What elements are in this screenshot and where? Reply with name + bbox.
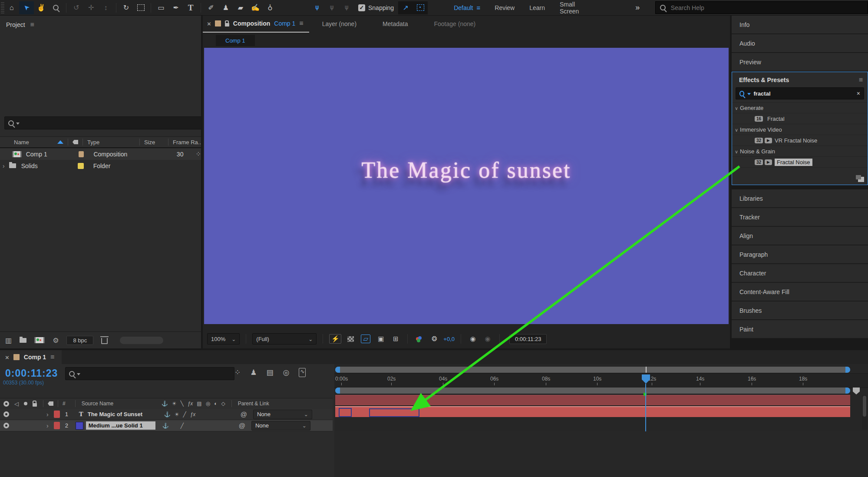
column-name[interactable]: Name (14, 139, 29, 146)
parent-pick-whip-icon[interactable]: @ (239, 422, 245, 429)
rotation-tool-icon[interactable]: ↻ (119, 1, 133, 14)
work-area-end-handle[interactable] (845, 388, 850, 394)
layer-bar-2[interactable] (335, 406, 850, 417)
workspace-overflow-icon[interactable]: » (635, 3, 640, 12)
take-snapshot-icon[interactable]: ◉ (467, 334, 479, 344)
parent-pick-whip-icon[interactable]: @ (241, 411, 247, 418)
snap-to-edges-icon[interactable]: ↗ (398, 1, 413, 14)
panel-content-aware-fill[interactable]: Content-Aware Fill (732, 283, 868, 301)
panel-align[interactable]: Align (732, 227, 868, 245)
snapping-checkbox[interactable]: ✓ (358, 4, 365, 11)
playhead-line[interactable] (645, 384, 646, 431)
lock-icon[interactable] (225, 23, 229, 26)
snap-features-icon[interactable] (413, 1, 428, 14)
workspace-small-screen[interactable]: Small Screen (560, 1, 579, 15)
clone-stamp-tool-icon[interactable]: ♟ (218, 1, 233, 14)
column-frame-rate[interactable]: Frame Ra.. (173, 139, 201, 146)
eraser-tool-icon[interactable]: ▰ (233, 1, 248, 14)
flowchart-icon[interactable]: ⁘ (195, 150, 201, 158)
clear-search-icon[interactable]: × (857, 90, 860, 97)
selection-tool-icon[interactable]: ➤ (19, 1, 34, 14)
effects-item-fractal-noise[interactable]: 32 Fractal Noise (732, 156, 868, 167)
navigator-end-handle[interactable] (845, 367, 850, 373)
reset-exposure-icon[interactable]: ❂ (429, 334, 440, 344)
layer-label-swatch[interactable] (54, 422, 60, 429)
solo-column-icon[interactable] (24, 402, 27, 405)
orbit-camera-tool-icon[interactable]: ↺ (69, 1, 84, 14)
show-snapshot-icon[interactable]: ◉ (482, 334, 493, 344)
label-column-icon[interactable] (73, 140, 78, 144)
timeline-search-box[interactable] (65, 367, 234, 380)
resolution-dropdown[interactable]: (Full) (252, 333, 317, 344)
brush-tool-icon[interactable]: ✐ (204, 1, 218, 14)
layer-switches[interactable]: ⚓ ╱ (162, 423, 228, 429)
motion-blur-icon[interactable]: ◎ (283, 368, 290, 377)
effects-presets-header[interactable]: Effects & Presets ≡ (732, 72, 868, 86)
magnification-dropdown[interactable]: 100% (207, 333, 240, 344)
region-of-interest-icon[interactable]: ▱ (361, 335, 370, 343)
layer-row-2[interactable]: 2 Medium ...ue Solid 1 ⚓ ╱ @ None (0, 420, 333, 431)
panel-audio[interactable]: Audio (732, 34, 868, 53)
toolbar-grip[interactable] (1, 2, 4, 13)
panel-brushes[interactable]: Brushes (732, 301, 868, 320)
exposure-value[interactable]: +0,0 (443, 336, 455, 342)
pen-tool-icon[interactable]: ✒ (168, 1, 183, 14)
effects-group-generate[interactable]: Generate (732, 102, 868, 113)
timeline-panel-menu-icon[interactable]: ≡ (50, 353, 54, 361)
roto-brush-tool-icon[interactable]: ✍ (248, 1, 263, 14)
search-options-icon[interactable] (15, 120, 20, 126)
label-column-icon[interactable] (48, 401, 53, 406)
time-navigator-bar[interactable] (335, 367, 850, 373)
column-source-name[interactable]: Source Name (82, 401, 155, 407)
navigator-start-handle[interactable] (335, 367, 340, 373)
delete-icon[interactable] (101, 338, 108, 344)
layer-name[interactable]: The Magic of Sunset (88, 411, 157, 417)
comp-document-tab[interactable]: Comp 1 (216, 35, 255, 46)
layer-row-1[interactable]: 1 T The Magic of Sunset ⚓ ☀ ╱ ƒx @ None (0, 409, 333, 420)
layer-visibility-icon[interactable] (3, 423, 9, 428)
parent-dropdown[interactable]: None (253, 410, 312, 419)
panel-tracker[interactable]: Tracker (732, 208, 868, 227)
workspace-review[interactable]: Review (495, 4, 515, 11)
panel-paragraph[interactable]: Paragraph (732, 245, 868, 264)
comp-marker-bin-icon[interactable] (853, 388, 860, 394)
panel-paint[interactable]: Paint (732, 320, 868, 339)
layer-visibility-icon[interactable] (3, 411, 9, 417)
fast-preview-icon[interactable]: ⚡ (329, 334, 341, 344)
effects-search-input[interactable] (752, 90, 855, 97)
search-options-icon[interactable] (746, 90, 751, 97)
transparency-grid-icon[interactable] (345, 334, 356, 344)
workspace-default[interactable]: Default ≡ (454, 4, 480, 11)
effects-item-fractal[interactable]: 16 Fractal (732, 113, 868, 124)
frame-blending-icon[interactable]: ▤ (267, 368, 274, 377)
new-folder-icon[interactable] (20, 338, 26, 343)
graph-editor-icon[interactable]: ∿ (299, 368, 306, 377)
bpc-button[interactable]: 8 bpc (66, 336, 93, 345)
viewer-panel-menu-icon[interactable]: ≡ (299, 20, 303, 27)
layer-bar-1[interactable] (335, 395, 850, 405)
tab-layer[interactable]: Layer (none) (309, 20, 370, 27)
expander-icon[interactable] (46, 411, 49, 418)
panel-character[interactable]: Character (732, 264, 868, 283)
mask-visibility-icon[interactable]: ▣ (375, 334, 386, 344)
channel-view-icon[interactable] (414, 334, 425, 344)
type-tool-icon[interactable]: T (183, 1, 198, 14)
pan-behind-anchor-tool-icon[interactable] (133, 1, 148, 14)
video-column-icon[interactable] (3, 401, 9, 407)
close-icon[interactable]: × (207, 20, 211, 27)
tab-composition[interactable]: × Composition Comp 1 ≡ (203, 15, 309, 33)
effects-group-immersive-video[interactable]: Immersive Video (732, 124, 868, 135)
timeline-vertical-scrollbar[interactable] (862, 395, 867, 430)
home-icon[interactable]: ⌂ (4, 1, 19, 14)
column-number[interactable]: # (63, 401, 66, 407)
workspace-menu-icon[interactable]: ≡ (477, 4, 480, 11)
panel-divider[interactable] (201, 16, 203, 348)
panel-info[interactable]: Info (732, 16, 868, 34)
layer-name[interactable]: Medium ...ue Solid 1 (86, 421, 155, 430)
layer-label-swatch[interactable] (54, 411, 60, 418)
project-search-box[interactable] (4, 116, 203, 129)
effects-item-vr-fractal-noise[interactable]: 32 VR Fractal Noise (732, 135, 868, 146)
comp-mini-flowchart-icon[interactable]: ⁘ (234, 368, 241, 377)
label-swatch-yellow[interactable] (78, 163, 84, 169)
panel-libraries[interactable]: Libraries (732, 189, 868, 208)
